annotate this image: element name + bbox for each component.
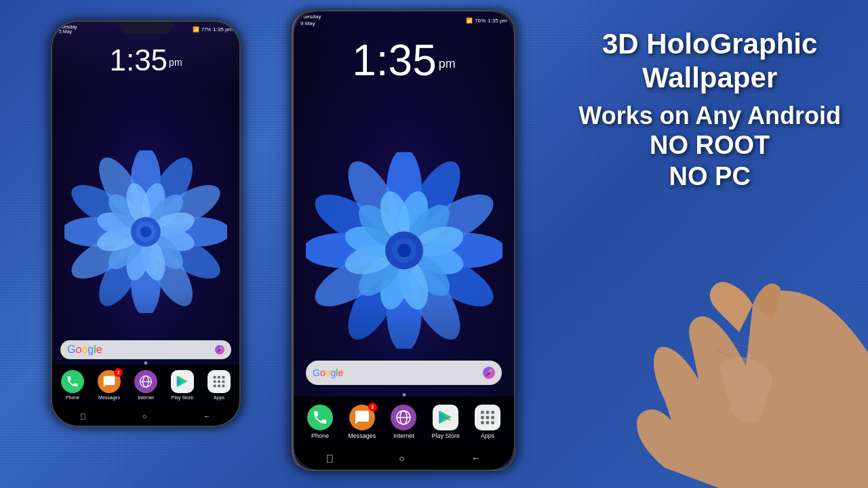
svg-rect-73 — [486, 416, 489, 419]
internet-icon — [134, 370, 157, 393]
phone-right: Tuesday9 May 📶 76% 1:35 pm 1:35pm Google — [292, 10, 515, 471]
app-apps-right[interactable]: Apps — [469, 405, 507, 439]
app-internet-label: Internet — [138, 395, 154, 400]
svg-point-65 — [397, 244, 411, 258]
svg-rect-31 — [218, 376, 220, 379]
overlay-line4: NO ROOT — [578, 130, 841, 161]
app-phone-label: Phone — [66, 395, 79, 400]
svg-rect-34 — [218, 380, 220, 383]
phone-left-nav-bar: ⎕ ○ ← — [52, 407, 239, 426]
nav-back-icon[interactable]: ← — [203, 412, 211, 420]
svg-rect-74 — [491, 416, 494, 419]
right-battery: 76% — [475, 18, 486, 24]
svg-rect-71 — [491, 411, 494, 413]
overlay-line2: Wallpaper — [578, 61, 841, 95]
nav-recent-right[interactable]: ⎕ — [327, 453, 332, 464]
search-mic-right[interactable]: 🎤 — [483, 367, 495, 379]
svg-rect-77 — [491, 421, 494, 424]
nav-home-icon[interactable]: ○ — [142, 412, 147, 420]
svg-rect-33 — [214, 380, 216, 383]
playstore-icon — [171, 370, 194, 393]
app-playstore-label: Play Store — [172, 395, 193, 400]
google-logo: Google — [67, 344, 102, 356]
svg-rect-75 — [481, 421, 484, 424]
phone-icon — [61, 370, 84, 393]
search-mic-icon[interactable]: 🎤 — [215, 345, 224, 354]
phone-right-nav-bar: ⎕ ○ ← — [294, 447, 514, 470]
phone-right-shell: Tuesday9 May 📶 76% 1:35 pm 1:35pm Google — [292, 10, 515, 471]
clock-time-left: 1:35pm — [52, 45, 239, 75]
app-internet-label-right: Internet — [393, 432, 414, 439]
signal-icon: 📶 — [193, 26, 199, 33]
app-messages-left[interactable]: 3 Messages — [95, 370, 123, 400]
overlay-line3: Works on Any Android — [578, 101, 841, 130]
app-phone-right[interactable]: Phone — [301, 405, 339, 439]
phone-right-status-bar: Tuesday9 May 📶 76% 1:35 pm — [294, 12, 514, 29]
svg-rect-30 — [214, 376, 216, 379]
app-playstore-label-right: Play Store — [432, 432, 460, 439]
playstore-icon-right — [433, 405, 458, 430]
phone-left-notch — [119, 22, 173, 34]
app-playstore-left[interactable]: Play Store — [168, 370, 197, 400]
phone-icon-right — [307, 405, 333, 430]
status-left-icons: Tuesday5 May — [59, 24, 77, 34]
phone-left-clock: 1:35pm — [52, 45, 239, 75]
internet-icon-right — [391, 405, 416, 430]
status-right-icons: 📶 77% 1:35 pm — [193, 26, 233, 33]
nav-home-right[interactable]: ○ — [399, 453, 404, 464]
google-logo-right: Google — [313, 367, 343, 378]
svg-rect-35 — [222, 380, 225, 383]
messages-badge-right: 3 — [368, 403, 377, 411]
nav-recent-icon[interactable]: ⎕ — [81, 412, 85, 420]
app-playstore-right[interactable]: Play Store — [427, 405, 465, 439]
app-messages-right[interactable]: 3 Messages — [343, 405, 381, 439]
apps-icon — [208, 370, 231, 393]
messages-icon-right: 3 — [349, 405, 375, 430]
clock-time-right: 1:35pm — [294, 39, 514, 82]
phone-left-search[interactable]: Google 🎤 — [60, 340, 231, 359]
phone-left-shell: Tuesday5 May 📶 77% 1:35 pm 1:35pm Google — [51, 20, 241, 427]
phone-right-search[interactable]: Google 🎤 — [306, 361, 502, 385]
svg-rect-36 — [214, 385, 216, 388]
nav-back-right[interactable]: ← — [471, 453, 481, 464]
right-signal-icon: 📶 — [466, 18, 473, 24]
app-apps-left[interactable]: Apps — [205, 370, 233, 400]
svg-rect-70 — [486, 411, 489, 413]
app-messages-label: Messages — [98, 395, 120, 400]
right-status-date: Tuesday9 May — [300, 14, 321, 26]
messages-icon: 3 — [98, 370, 121, 393]
app-phone-label-right: Phone — [311, 432, 329, 439]
app-messages-label-right: Messages — [348, 432, 376, 439]
overlay-text: 3D HoloGraphic Wallpaper Works on Any An… — [578, 27, 841, 192]
phone-right-clock: 1:35pm — [294, 39, 514, 82]
svg-rect-72 — [481, 416, 484, 419]
phone-left-screen: Tuesday5 May 📶 77% 1:35 pm 1:35pm Google — [52, 22, 239, 426]
app-apps-label: Apps — [214, 395, 224, 400]
svg-rect-37 — [218, 385, 220, 388]
svg-point-26 — [140, 226, 151, 237]
hand-svg — [583, 230, 868, 488]
phone-right-screen: Tuesday9 May 📶 76% 1:35 pm 1:35pm Google — [294, 12, 514, 470]
svg-rect-76 — [486, 421, 489, 424]
svg-rect-69 — [481, 411, 484, 413]
messages-badge: 3 — [114, 368, 123, 377]
right-time: 1:35 pm — [488, 18, 507, 24]
app-internet-left[interactable]: Internet — [132, 370, 160, 400]
svg-rect-32 — [222, 376, 225, 379]
status-date: Tuesday5 May — [59, 24, 77, 34]
overlay-line1: 3D HoloGraphic — [578, 27, 841, 61]
phone-left: Tuesday5 May 📶 77% 1:35 pm 1:35pm Google — [51, 20, 241, 427]
hand-overlay — [583, 230, 868, 488]
app-internet-right[interactable]: Internet — [384, 405, 422, 439]
time-text: 1:35 pm — [213, 26, 233, 33]
app-phone-left[interactable]: Phone — [58, 370, 87, 400]
flower-svg-left — [64, 150, 227, 313]
app-apps-label-right: Apps — [481, 432, 495, 439]
svg-rect-38 — [222, 385, 225, 388]
battery-text: 77% — [201, 27, 211, 32]
overlay-line5: NO PC — [578, 161, 841, 192]
right-status-right: 📶 76% 1:35 pm — [466, 18, 507, 24]
apps-icon-right — [475, 405, 500, 430]
